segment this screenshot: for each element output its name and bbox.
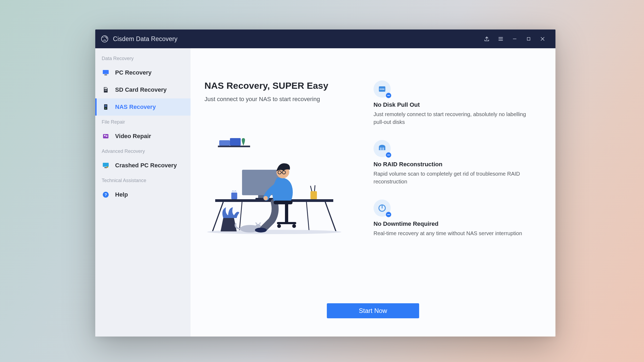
feature-no-disk-pull-out: DISK No Disk Pull Out Just remotely conn… <box>374 80 535 126</box>
page-subtitle: Just connect to your NAS to start recove… <box>204 96 355 103</box>
sidebar-item-sd-card-recovery[interactable]: SD SD Card Recovery <box>95 81 191 98</box>
sidebar-item-label: Help <box>115 191 128 198</box>
svg-point-46 <box>292 224 296 228</box>
feature-title: No Downtime Required <box>374 220 535 227</box>
svg-rect-44 <box>277 222 296 224</box>
feature-desc: Real-time recovery at any time without N… <box>374 230 535 237</box>
sidebar-item-label: Video Repair <box>115 133 151 140</box>
sd-card-icon: SD <box>102 86 110 94</box>
sidebar: Data Recovery PC Recovery SD <box>95 48 191 337</box>
sidebar-item-crashed-pc-recovery[interactable]: Crashed PC Recovery <box>95 157 191 174</box>
feature-no-downtime: No Downtime Required Real-time recovery … <box>374 200 535 237</box>
app-body: Data Recovery PC Recovery SD <box>95 48 555 337</box>
svg-rect-22 <box>107 167 108 168</box>
app-logo-icon <box>101 35 109 43</box>
sidebar-section-data-recovery: Data Recovery <box>95 52 191 64</box>
svg-rect-19 <box>103 163 109 167</box>
feature-desc: Just remotely connect to start recoverin… <box>374 110 535 126</box>
svg-line-30 <box>325 202 336 231</box>
svg-rect-27 <box>230 138 241 146</box>
svg-rect-38 <box>310 191 317 199</box>
menu-icon[interactable] <box>494 32 507 45</box>
svg-rect-26 <box>219 140 230 146</box>
svg-rect-43 <box>285 202 288 223</box>
sidebar-section-advanced-recovery: Advanced Recovery <box>95 145 191 157</box>
crashed-pc-icon <box>102 161 110 169</box>
feature-no-raid-reconstruction: No RAID Reconstruction Rapid volume scan… <box>374 140 535 186</box>
svg-rect-25 <box>218 146 250 147</box>
minus-badge-icon <box>386 212 391 217</box>
hero-illustration <box>204 132 344 234</box>
svg-text:?: ? <box>104 192 107 197</box>
nas-icon <box>102 103 110 111</box>
minus-badge-icon <box>386 152 391 158</box>
svg-rect-11 <box>104 75 107 75</box>
svg-point-1 <box>103 37 103 38</box>
svg-text:DISK: DISK <box>379 88 385 90</box>
svg-point-2 <box>106 37 107 38</box>
sidebar-item-nas-recovery[interactable]: NAS Recovery <box>95 98 191 116</box>
upload-icon[interactable] <box>480 32 493 45</box>
video-repair-icon <box>102 132 110 140</box>
svg-rect-10 <box>103 70 109 74</box>
feature-title: No RAID Reconstruction <box>374 161 535 168</box>
sidebar-item-help[interactable]: ? Help <box>95 186 191 203</box>
svg-rect-37 <box>231 193 237 199</box>
svg-rect-58 <box>383 147 384 151</box>
svg-rect-21 <box>107 167 108 167</box>
minus-badge-icon <box>386 93 391 98</box>
svg-line-32 <box>306 202 309 231</box>
feature-title: No Disk Pull Out <box>374 101 535 108</box>
disk-icon: DISK <box>374 80 391 98</box>
power-icon <box>374 200 391 217</box>
page-title: NAS Recovery, SUPER Easy <box>204 80 355 91</box>
app-title: Cisdem Data Recovery <box>113 35 177 43</box>
sidebar-item-label: PC Recovery <box>115 69 152 76</box>
maximize-button[interactable] <box>522 32 535 45</box>
sidebar-item-label: Crashed PC Recovery <box>115 162 177 169</box>
svg-rect-15 <box>105 105 107 106</box>
app-window: Cisdem Data Recovery <box>95 29 555 337</box>
svg-line-40 <box>314 185 315 191</box>
minimize-button[interactable] <box>508 32 521 45</box>
monitor-icon <box>102 69 110 77</box>
svg-point-45 <box>277 224 281 228</box>
svg-text:SD: SD <box>105 89 107 91</box>
sidebar-section-file-repair: File Repair <box>95 116 191 128</box>
titlebar: Cisdem Data Recovery <box>95 29 555 48</box>
feature-desc: Rapid volume scan to completely get rid … <box>374 170 535 186</box>
svg-rect-57 <box>382 147 382 151</box>
raid-icon <box>374 140 391 157</box>
sidebar-item-video-repair[interactable]: Video Repair <box>95 128 191 145</box>
svg-point-17 <box>105 108 106 109</box>
sidebar-item-label: NAS Recovery <box>115 104 156 110</box>
svg-rect-56 <box>380 147 381 151</box>
sidebar-item-label: SD Card Recovery <box>115 86 167 93</box>
svg-rect-53 <box>274 201 292 204</box>
svg-rect-7 <box>527 38 530 40</box>
sidebar-section-technical-assistance: Technical Assistance <box>95 174 191 186</box>
svg-point-47 <box>255 228 267 232</box>
start-now-button[interactable]: Start Now <box>327 303 419 318</box>
svg-rect-12 <box>104 88 107 89</box>
close-button[interactable] <box>536 32 549 45</box>
main-content: NAS Recovery, SUPER Easy Just connect to… <box>191 48 555 337</box>
help-icon: ? <box>102 191 110 199</box>
svg-rect-18 <box>103 134 108 138</box>
sidebar-item-pc-recovery[interactable]: PC Recovery <box>95 64 191 81</box>
svg-rect-16 <box>105 106 107 107</box>
svg-point-48 <box>264 196 268 200</box>
svg-line-39 <box>310 186 312 191</box>
